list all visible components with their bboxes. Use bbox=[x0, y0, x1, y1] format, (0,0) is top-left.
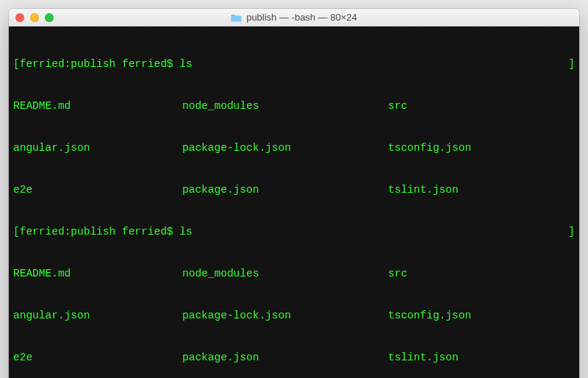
prompt-line-2: [ferried:publish ferried$ ls] bbox=[13, 225, 575, 239]
maximize-icon[interactable] bbox=[45, 13, 54, 22]
terminal-window: publish — -bash — 80×24 [ferried:publish… bbox=[9, 9, 579, 378]
minimize-icon[interactable] bbox=[30, 13, 39, 22]
window-title: publish — -bash — 80×24 bbox=[246, 12, 357, 23]
command-text: ls bbox=[179, 226, 192, 238]
ls-output-row: e2epackage.jsontslint.json bbox=[13, 183, 575, 197]
command-text: ls bbox=[179, 58, 192, 70]
close-icon[interactable] bbox=[15, 13, 24, 22]
titlebar[interactable]: publish — -bash — 80×24 bbox=[9, 9, 579, 26]
ls-output-row: README.mdnode_modulessrc bbox=[13, 267, 575, 281]
terminal-body[interactable]: [ferried:publish ferried$ ls] README.mdn… bbox=[9, 26, 579, 378]
folder-icon bbox=[231, 13, 242, 22]
ls-output-row: e2epackage.jsontslint.json bbox=[13, 351, 575, 365]
ls-output-row: angular.jsonpackage-lock.jsontsconfig.js… bbox=[13, 141, 575, 155]
traffic-lights bbox=[15, 13, 54, 22]
ls-output-row: README.mdnode_modulessrc bbox=[13, 99, 575, 113]
ls-output-row: angular.jsonpackage-lock.jsontsconfig.js… bbox=[13, 309, 575, 323]
title-wrap: publish — -bash — 80×24 bbox=[9, 12, 579, 23]
prompt-line-1: [ferried:publish ferried$ ls] bbox=[13, 57, 575, 71]
